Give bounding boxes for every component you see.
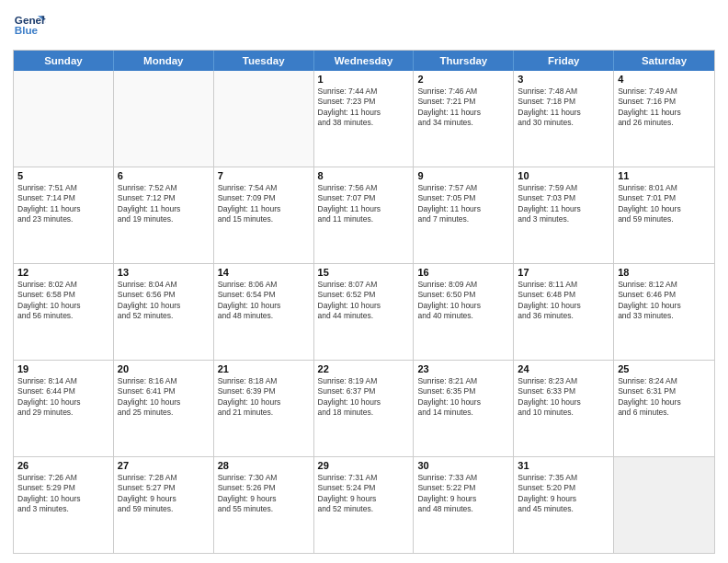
cell-info-line: Daylight: 10 hours bbox=[118, 397, 210, 408]
day-cell-14: 14Sunrise: 8:06 AMSunset: 6:54 PMDayligh… bbox=[214, 264, 314, 360]
cell-info-line: Sunset: 6:50 PM bbox=[417, 290, 509, 300]
cell-info-line: Sunset: 5:26 PM bbox=[218, 483, 310, 493]
cell-info-line: Sunrise: 7:56 AM bbox=[318, 183, 410, 193]
cell-info-line: Daylight: 10 hours bbox=[218, 301, 310, 311]
cell-info-line: Sunrise: 8:02 AM bbox=[17, 280, 109, 290]
cell-info-line: and 21 minutes. bbox=[218, 408, 310, 418]
cell-info-line: Daylight: 10 hours bbox=[318, 397, 410, 408]
day-number: 5 bbox=[17, 170, 109, 181]
day-number: 27 bbox=[118, 460, 210, 471]
day-number: 2 bbox=[417, 74, 509, 85]
cell-info-line: Sunset: 6:44 PM bbox=[17, 386, 109, 396]
day-number: 7 bbox=[218, 170, 310, 181]
day-cell-21: 21Sunrise: 8:18 AMSunset: 6:39 PMDayligh… bbox=[214, 361, 314, 456]
cell-info-line: Daylight: 10 hours bbox=[17, 397, 109, 408]
day-cell-27: 27Sunrise: 7:28 AMSunset: 5:27 PMDayligh… bbox=[114, 457, 214, 553]
day-cell-18: 18Sunrise: 8:12 AMSunset: 6:46 PMDayligh… bbox=[614, 264, 714, 360]
cell-info-line: and 26 minutes. bbox=[618, 118, 711, 128]
cell-info-line: Daylight: 11 hours bbox=[518, 204, 609, 214]
cell-info-line: and 33 minutes. bbox=[618, 311, 711, 321]
day-number: 3 bbox=[518, 74, 609, 85]
day-cell-25: 25Sunrise: 8:24 AMSunset: 6:31 PMDayligh… bbox=[614, 361, 714, 456]
cell-info-line: Sunset: 6:33 PM bbox=[518, 386, 609, 396]
day-number: 31 bbox=[518, 460, 609, 471]
cell-info-line: and 15 minutes. bbox=[218, 214, 310, 224]
cell-info-line: and 23 minutes. bbox=[17, 214, 109, 224]
cell-info-line: and 3 minutes. bbox=[518, 214, 609, 224]
empty-cell bbox=[14, 71, 114, 167]
cell-info-line: Sunrise: 8:21 AM bbox=[417, 376, 509, 386]
cell-info-line: Daylight: 11 hours bbox=[318, 204, 410, 214]
cell-info-line: Sunset: 7:09 PM bbox=[218, 193, 310, 203]
day-cell-15: 15Sunrise: 8:07 AMSunset: 6:52 PMDayligh… bbox=[314, 264, 415, 360]
day-cell-22: 22Sunrise: 8:19 AMSunset: 6:37 PMDayligh… bbox=[314, 361, 415, 456]
cell-info-line: Sunrise: 7:59 AM bbox=[518, 183, 609, 193]
day-cell-30: 30Sunrise: 7:33 AMSunset: 5:22 PMDayligh… bbox=[414, 457, 514, 553]
cell-info-line: Daylight: 11 hours bbox=[417, 204, 509, 214]
cell-info-line: Sunset: 7:01 PM bbox=[618, 193, 711, 203]
cell-info-line: Sunset: 7:18 PM bbox=[518, 97, 609, 107]
cell-info-line: and 18 minutes. bbox=[318, 408, 410, 418]
cell-info-line: Sunrise: 7:49 AM bbox=[618, 86, 711, 97]
cell-info-line: Sunset: 7:07 PM bbox=[318, 193, 410, 203]
cell-info-line: Sunrise: 8:16 AM bbox=[118, 376, 210, 386]
day-cell-10: 10Sunrise: 7:59 AMSunset: 7:03 PMDayligh… bbox=[514, 167, 614, 263]
cell-info-line: Daylight: 10 hours bbox=[17, 301, 109, 311]
header-day-sunday: Sunday bbox=[14, 51, 114, 71]
cell-info-line: Sunrise: 7:28 AM bbox=[118, 473, 210, 483]
cell-info-line: and 52 minutes. bbox=[118, 311, 210, 321]
header-day-saturday: Saturday bbox=[614, 51, 714, 71]
header-day-thursday: Thursday bbox=[414, 51, 514, 71]
cell-info-line: Daylight: 11 hours bbox=[218, 204, 310, 214]
cell-info-line: Daylight: 11 hours bbox=[518, 108, 609, 118]
cell-info-line: Daylight: 11 hours bbox=[417, 108, 509, 118]
cell-info-line: Sunset: 5:20 PM bbox=[518, 483, 609, 493]
cell-info-line: Sunrise: 7:33 AM bbox=[417, 473, 509, 483]
cell-info-line: Sunrise: 8:12 AM bbox=[618, 280, 711, 290]
day-cell-5: 5Sunrise: 7:51 AMSunset: 7:14 PMDaylight… bbox=[14, 167, 114, 263]
calendar-row-3: 12Sunrise: 8:02 AMSunset: 6:58 PMDayligh… bbox=[14, 264, 714, 361]
cell-info-line: and 55 minutes. bbox=[218, 504, 310, 514]
day-cell-7: 7Sunrise: 7:54 AMSunset: 7:09 PMDaylight… bbox=[214, 167, 314, 263]
day-cell-3: 3Sunrise: 7:48 AMSunset: 7:18 PMDaylight… bbox=[514, 71, 614, 167]
day-number: 23 bbox=[417, 363, 509, 374]
day-number: 21 bbox=[218, 363, 310, 374]
day-number: 9 bbox=[417, 170, 509, 181]
cell-info-line: and 14 minutes. bbox=[417, 408, 509, 418]
cell-info-line: Sunset: 5:27 PM bbox=[118, 483, 210, 493]
day-cell-8: 8Sunrise: 7:56 AMSunset: 7:07 PMDaylight… bbox=[314, 167, 415, 263]
day-number: 19 bbox=[17, 363, 109, 374]
cell-info-line: Sunrise: 8:04 AM bbox=[118, 280, 210, 290]
cell-info-line: Daylight: 10 hours bbox=[618, 301, 711, 311]
cell-info-line: and 40 minutes. bbox=[417, 311, 509, 321]
calendar-row-1: 1Sunrise: 7:44 AMSunset: 7:23 PMDaylight… bbox=[14, 71, 714, 167]
day-number: 20 bbox=[118, 363, 210, 374]
day-cell-12: 12Sunrise: 8:02 AMSunset: 6:58 PMDayligh… bbox=[14, 264, 114, 360]
cell-info-line: Sunset: 6:46 PM bbox=[618, 290, 711, 300]
day-number: 24 bbox=[518, 363, 609, 374]
cell-info-line: Daylight: 11 hours bbox=[618, 108, 711, 118]
cell-info-line: and 48 minutes. bbox=[218, 311, 310, 321]
cell-info-line: Sunrise: 7:44 AM bbox=[318, 86, 410, 97]
cell-info-line: Sunset: 6:31 PM bbox=[618, 386, 711, 396]
empty-cell bbox=[214, 71, 314, 167]
day-number: 6 bbox=[118, 170, 210, 181]
day-number: 16 bbox=[417, 267, 509, 278]
cell-info-line: and 59 minutes. bbox=[118, 504, 210, 514]
cell-info-line: and 7 minutes. bbox=[417, 214, 509, 224]
day-number: 26 bbox=[17, 460, 109, 471]
cell-info-line: Sunset: 5:22 PM bbox=[417, 483, 509, 493]
day-cell-24: 24Sunrise: 8:23 AMSunset: 6:33 PMDayligh… bbox=[514, 361, 614, 456]
day-number: 14 bbox=[218, 267, 310, 278]
cell-info-line: Daylight: 10 hours bbox=[218, 397, 310, 408]
cell-info-line: and 30 minutes. bbox=[518, 118, 609, 128]
day-number: 17 bbox=[518, 267, 609, 278]
cell-info-line: and 36 minutes. bbox=[518, 311, 609, 321]
cell-info-line: and 29 minutes. bbox=[17, 408, 109, 418]
day-number: 28 bbox=[218, 460, 310, 471]
day-number: 4 bbox=[618, 74, 711, 85]
cell-info-line: Sunset: 6:37 PM bbox=[318, 386, 410, 396]
day-cell-20: 20Sunrise: 8:16 AMSunset: 6:41 PMDayligh… bbox=[114, 361, 214, 456]
cell-info-line: Daylight: 10 hours bbox=[417, 301, 509, 311]
cell-info-line: Sunrise: 7:35 AM bbox=[518, 473, 609, 483]
